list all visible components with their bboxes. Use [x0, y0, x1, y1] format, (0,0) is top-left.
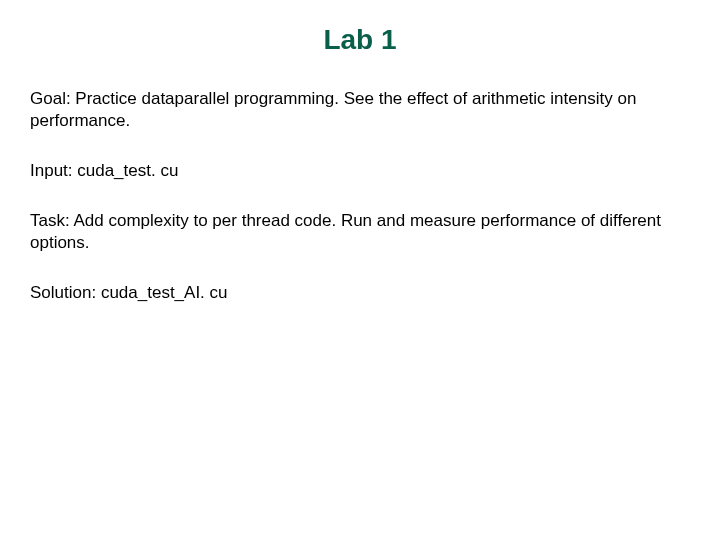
input-paragraph: Input: cuda_test. cu	[30, 160, 690, 182]
slide-title: Lab 1	[30, 24, 690, 56]
solution-paragraph: Solution: cuda_test_AI. cu	[30, 282, 690, 304]
goal-paragraph: Goal: Practice dataparallel programming.…	[30, 88, 690, 132]
task-paragraph: Task: Add complexity to per thread code.…	[30, 210, 690, 254]
